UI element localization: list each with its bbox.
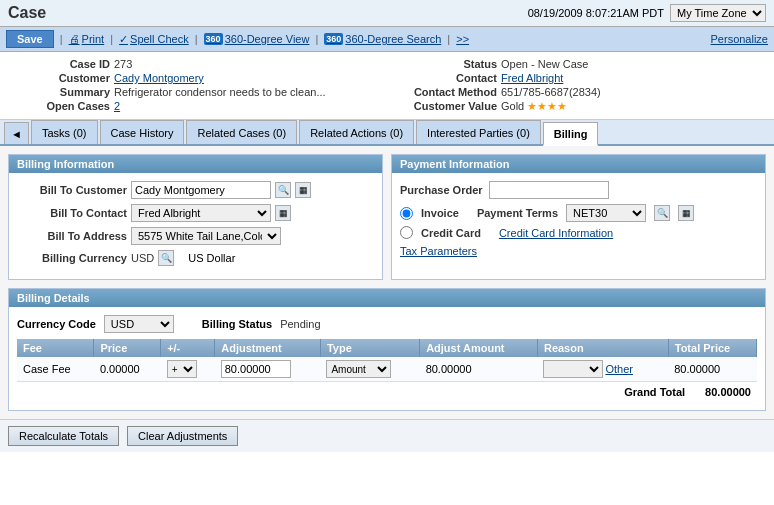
tab-tasks[interactable]: Tasks (0): [31, 120, 98, 144]
col-type: Type: [320, 339, 419, 357]
col-adjustment: Adjustment: [215, 339, 321, 357]
sep4: |: [315, 33, 318, 45]
credit-card-radio[interactable]: [400, 226, 413, 239]
360-search-link[interactable]: 360 360-Degree Search: [324, 33, 441, 45]
price-cell: 0.00000: [94, 357, 161, 382]
tab-related-cases[interactable]: Related Cases (0): [186, 120, 297, 144]
grand-total-value: 80.00000: [705, 386, 751, 398]
purchase-order-row: Purchase Order: [400, 181, 757, 199]
bill-to-address-row: Bill To Address 5575 White Tail Lane,Col…: [17, 227, 374, 245]
360-view-icon: 360: [204, 33, 223, 45]
more-link[interactable]: >>: [456, 33, 469, 45]
other-link[interactable]: Other: [605, 363, 633, 375]
col-reason: Reason: [537, 339, 668, 357]
tax-parameters-row: Tax Parameters: [400, 245, 757, 257]
col-price: Price: [94, 339, 161, 357]
tabs-bar: ◄ Tasks (0) Case History Related Cases (…: [0, 120, 774, 146]
print-link[interactable]: 🖨 Print: [69, 33, 105, 45]
purchase-order-label: Purchase Order: [400, 184, 483, 196]
currency-code-select[interactable]: USD: [104, 315, 174, 333]
billing-info-panel: Billing Information Bill To Customer 🔍 ▦…: [8, 154, 383, 280]
total-price-cell: 80.00000: [668, 357, 756, 382]
customer-value-label: Customer Value: [397, 100, 497, 112]
content-area: Billing Information Bill To Customer 🔍 ▦…: [0, 146, 774, 419]
payment-terms-select-icon[interactable]: ▦: [678, 205, 694, 221]
invoice-row: Invoice Payment Terms NET30 🔍 ▦: [400, 204, 757, 222]
purchase-order-input[interactable]: [489, 181, 609, 199]
datetime-display: 08/19/2009 8:07:21AM PDT: [528, 7, 664, 19]
bill-to-contact-row: Bill To Contact Fred Albright ▦: [17, 204, 374, 222]
spell-check-link[interactable]: ✓ Spell Check: [119, 33, 189, 46]
customer-search-icon[interactable]: 🔍: [275, 182, 291, 198]
currency-search-icon[interactable]: 🔍: [158, 250, 174, 266]
tab-related-actions[interactable]: Related Actions (0): [299, 120, 414, 144]
bottom-bar: Recalculate Totals Clear Adjustments: [0, 419, 774, 452]
table-row: Case Fee 0.00000 + -: [17, 357, 757, 382]
payment-terms-search-icon[interactable]: 🔍: [654, 205, 670, 221]
payment-info-body: Purchase Order Invoice Payment Terms NET…: [392, 173, 765, 265]
contact-method-label: Contact Method: [397, 86, 497, 98]
contact-select-icon[interactable]: ▦: [275, 205, 291, 221]
bill-to-customer-input[interactable]: [131, 181, 271, 199]
reason-cell: Other: [537, 357, 668, 382]
billing-details-body: Currency Code USD Billing Status Pending…: [9, 307, 765, 410]
credit-card-label: Credit Card: [421, 227, 481, 239]
summary-value: Refrigerator condensor needs to be clean…: [114, 86, 326, 98]
credit-card-row: Credit Card Credit Card Information: [400, 226, 757, 239]
360-view-link[interactable]: 360 360-Degree View: [204, 33, 310, 45]
print-icon: 🖨: [69, 33, 80, 45]
customer-link[interactable]: Cady Montgomery: [114, 72, 204, 84]
col-sign: +/-: [161, 339, 215, 357]
case-info-section: Case ID 273 Customer Cady Montgomery Sum…: [0, 52, 774, 120]
col-adjust-amount: Adjust Amount: [420, 339, 538, 357]
bill-to-address-select[interactable]: 5575 White Tail Lane,Colorado: [131, 227, 281, 245]
page-title: Case: [8, 4, 46, 22]
open-cases-value[interactable]: 2: [114, 100, 120, 112]
sep2: |: [110, 33, 113, 45]
invoice-label: Invoice: [421, 207, 459, 219]
tab-nav-prev[interactable]: ◄: [4, 122, 29, 144]
reason-select[interactable]: [543, 360, 603, 378]
contact-link[interactable]: Fred Albright: [501, 72, 563, 84]
adjustment-input[interactable]: [221, 360, 291, 378]
personalize-link[interactable]: Personalize: [711, 33, 768, 45]
contact-label: Contact: [397, 72, 497, 84]
bill-to-contact-select[interactable]: Fred Albright: [131, 204, 271, 222]
tab-interested-parties[interactable]: Interested Parties (0): [416, 120, 541, 144]
toolbar: Save | 🖨 Print | ✓ Spell Check | 360 360…: [0, 27, 774, 52]
sign-select[interactable]: + -: [167, 360, 197, 378]
customer-select-icon[interactable]: ▦: [295, 182, 311, 198]
billing-currency-row: Billing Currency USD 🔍 US Dollar: [17, 250, 374, 266]
payment-terms-label: Payment Terms: [477, 207, 558, 219]
billing-details-header: Billing Details: [9, 289, 765, 307]
bill-to-customer-label: Bill To Customer: [17, 184, 127, 196]
clear-adjustments-button[interactable]: Clear Adjustments: [127, 426, 238, 446]
case-id-label: Case ID: [10, 58, 110, 70]
tab-billing[interactable]: Billing: [543, 122, 599, 146]
credit-card-info-link[interactable]: Credit Card Information: [499, 227, 613, 239]
bill-to-customer-row: Bill To Customer 🔍 ▦: [17, 181, 374, 199]
case-id-value: 273: [114, 58, 132, 70]
status-label: Status: [397, 58, 497, 70]
sign-cell: + -: [161, 357, 215, 382]
billing-info-body: Bill To Customer 🔍 ▦ Bill To Contact Fre…: [9, 173, 382, 279]
timezone-select[interactable]: My Time Zone: [670, 4, 766, 22]
bill-to-contact-label: Bill To Contact: [17, 207, 127, 219]
invoice-radio[interactable]: [400, 207, 413, 220]
adjustment-cell: [215, 357, 321, 382]
customer-label: Customer: [10, 72, 110, 84]
summary-label: Summary: [10, 86, 110, 98]
grand-total-label: Grand Total: [624, 386, 685, 398]
grand-total-row: Grand Total 80.00000: [17, 382, 757, 402]
datetime-zone: 08/19/2009 8:07:21AM PDT My Time Zone: [528, 4, 766, 22]
open-cases-label: Open Cases: [10, 100, 110, 112]
type-select[interactable]: Amount Percent: [326, 360, 391, 378]
billing-info-header: Billing Information: [9, 155, 382, 173]
adjust-amount-cell: 80.00000: [420, 357, 538, 382]
tax-parameters-link[interactable]: Tax Parameters: [400, 245, 477, 257]
tab-case-history[interactable]: Case History: [100, 120, 185, 144]
recalculate-button[interactable]: Recalculate Totals: [8, 426, 119, 446]
billing-currency-value: USD: [131, 252, 154, 264]
save-button[interactable]: Save: [6, 30, 54, 48]
payment-terms-select[interactable]: NET30: [566, 204, 646, 222]
